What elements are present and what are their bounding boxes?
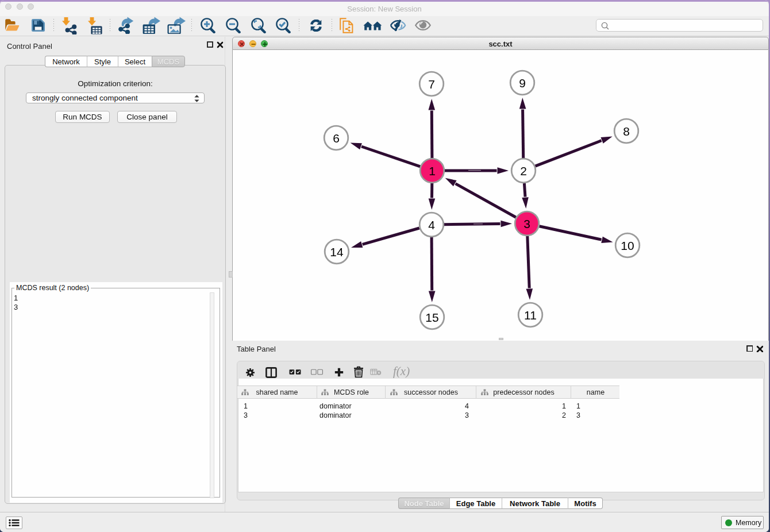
svg-text:8: 8	[623, 125, 630, 138]
svg-text:14: 14	[330, 245, 344, 259]
svg-text:2: 2	[520, 164, 527, 178]
svg-text:1: 1	[429, 164, 436, 178]
svg-text:11: 11	[524, 309, 537, 322]
svg-text:7: 7	[428, 78, 435, 91]
svg-text:9: 9	[519, 76, 526, 90]
svg-text:6: 6	[333, 132, 340, 145]
svg-text:4: 4	[428, 218, 435, 232]
svg-text:3: 3	[523, 217, 530, 230]
svg-text:10: 10	[621, 239, 634, 252]
svg-text:15: 15	[425, 311, 438, 324]
